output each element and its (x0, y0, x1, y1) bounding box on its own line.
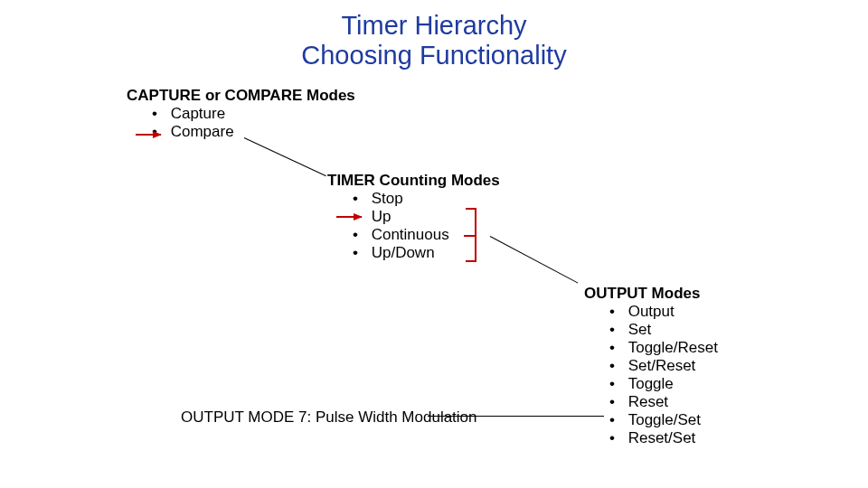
arrow-icon (336, 216, 362, 218)
list-item: Toggle (609, 375, 718, 393)
connector-line (244, 137, 326, 176)
timer-list: Stop Up Continuous Up/Down (353, 190, 500, 262)
list-item: Set/Reset (609, 357, 718, 375)
bracket-icon (466, 208, 476, 262)
list-item: Toggle/Set (609, 411, 718, 429)
arrow-icon (136, 134, 161, 136)
slide-title: Timer Hierarchy Choosing Functionality (0, 11, 868, 71)
list-item: Stop (353, 190, 500, 208)
output-list: Output Set Toggle/Reset Set/Reset Toggle… (609, 303, 718, 447)
output-mode-note: OUTPUT MODE 7: Pulse Width Modulation (181, 408, 477, 427)
output-block: OUTPUT Modes Output Set Toggle/Reset Set… (584, 285, 718, 447)
connector-line (490, 236, 579, 284)
list-item: Capture (152, 105, 355, 123)
list-item: Set (609, 321, 718, 339)
list-item: Compare (152, 123, 355, 141)
timer-heading: TIMER Counting Modes (327, 172, 500, 190)
capture-list: Capture Compare (152, 105, 355, 141)
title-line-2: Choosing Functionality (301, 41, 566, 70)
capture-heading: CAPTURE or COMPARE Modes (127, 87, 355, 105)
list-item: Toggle/Reset (609, 339, 718, 357)
list-item: Reset (609, 393, 718, 411)
list-item: Continuous (353, 226, 500, 244)
title-line-1: Timer Hierarchy (341, 11, 526, 40)
connector-line (428, 416, 604, 417)
list-item: Output (609, 303, 718, 321)
list-item: Reset/Set (609, 429, 718, 447)
list-item: Up/Down (353, 244, 500, 262)
list-item: Up (353, 208, 500, 226)
output-heading: OUTPUT Modes (584, 285, 718, 303)
